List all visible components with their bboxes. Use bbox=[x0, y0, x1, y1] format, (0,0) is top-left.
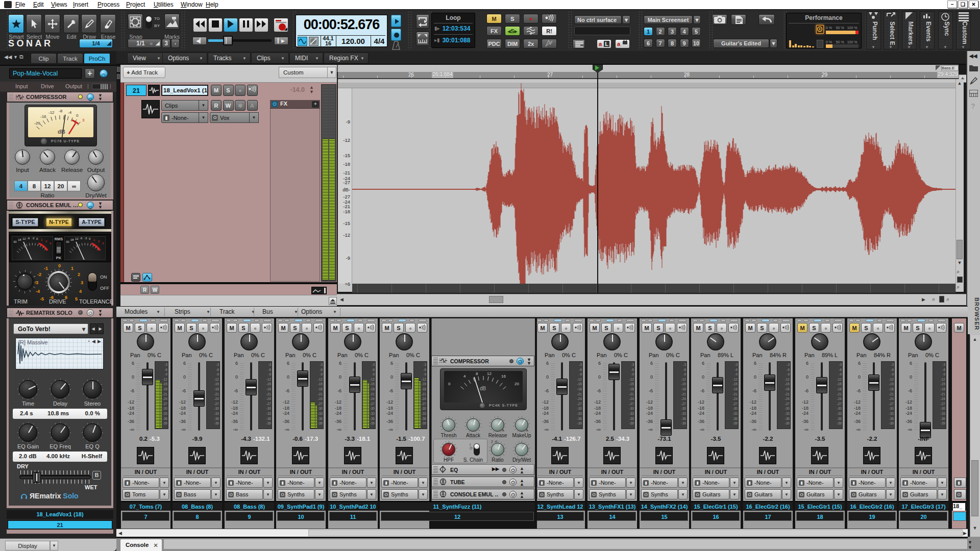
svg-text:-4: -4 bbox=[68, 110, 72, 115]
svg-text:18: 18 bbox=[70, 238, 74, 241]
svg-text:3: 3 bbox=[102, 242, 104, 245]
svg-text:-16: -16 bbox=[40, 114, 46, 119]
svg-text:0: 0 bbox=[76, 113, 79, 118]
svg-text:4: 4 bbox=[463, 374, 466, 379]
svg-text:16: 16 bbox=[501, 374, 506, 379]
svg-text:3: 3 bbox=[82, 118, 85, 122]
svg-text:-6: -6 bbox=[80, 237, 83, 240]
svg-text:-8: -8 bbox=[59, 109, 63, 113]
svg-text:dB: dB bbox=[58, 129, 65, 135]
svg-text:-3: -3 bbox=[84, 237, 87, 240]
svg-text:1: 1 bbox=[41, 238, 43, 241]
svg-text:0: 0 bbox=[448, 382, 451, 386]
svg-text:30: 30 bbox=[13, 240, 17, 243]
svg-text:dB: dB bbox=[480, 386, 486, 391]
svg-text:-3: -3 bbox=[32, 237, 35, 240]
svg-text:30: 30 bbox=[66, 240, 69, 243]
svg-text:12: 12 bbox=[22, 237, 26, 240]
svg-text:18: 18 bbox=[18, 238, 21, 241]
svg-text:1: 1 bbox=[93, 238, 95, 241]
svg-text:2: 2 bbox=[98, 240, 100, 243]
svg-text:2: 2 bbox=[45, 240, 47, 243]
svg-text:-12: -12 bbox=[48, 110, 55, 115]
svg-text:-20: -20 bbox=[34, 121, 40, 126]
svg-text:0: 0 bbox=[36, 237, 38, 240]
svg-text:20: 20 bbox=[514, 382, 519, 386]
svg-text:0: 0 bbox=[89, 237, 91, 240]
svg-text:3: 3 bbox=[50, 242, 52, 245]
svg-text:-6: -6 bbox=[27, 237, 30, 240]
svg-text:12: 12 bbox=[75, 237, 79, 240]
svg-text:8: 8 bbox=[476, 371, 478, 376]
svg-text:12: 12 bbox=[487, 371, 492, 376]
